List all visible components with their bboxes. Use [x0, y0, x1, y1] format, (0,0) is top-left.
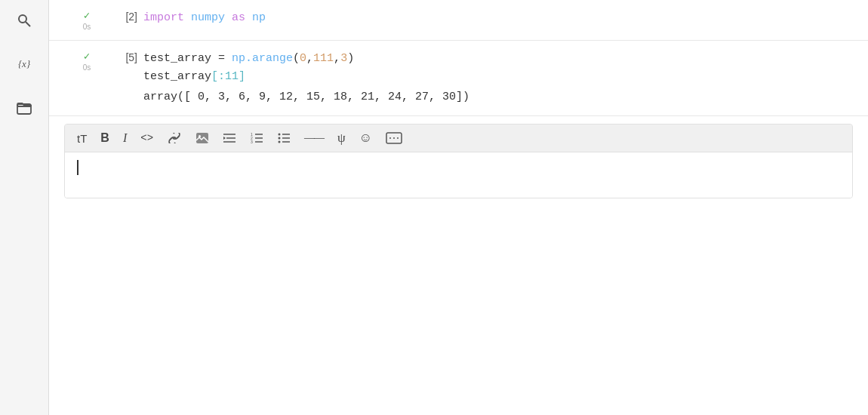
cell-time-1: 0s	[83, 23, 91, 31]
cell-gutter-1: ✓ 0s	[57, 9, 117, 31]
svg-point-0	[19, 15, 26, 23]
main-content: ✓ 0s [2] import numpy as np ✓ 0s [5] tes…	[49, 0, 868, 415]
code-cell-5: ✓ 0s [5] test_array = np.arange(0,111,3)…	[49, 41, 868, 116]
editor-area[interactable]	[65, 152, 852, 198]
text-cursor	[77, 160, 78, 175]
cell-output-5: array([ 0, 3, 6, 9, 12, 15, 18, 21, 24, …	[143, 86, 469, 106]
svg-line-1	[26, 22, 30, 26]
image-button[interactable]	[195, 132, 209, 144]
cell-time-5: 0s	[83, 63, 91, 72]
cell-check-5: ✓	[84, 51, 90, 62]
psi-button[interactable]: ψ	[337, 131, 346, 146]
editor-toolbar: tT B I <>	[65, 124, 852, 152]
svg-point-18	[279, 137, 281, 140]
svg-point-17	[279, 134, 281, 136]
cell-gutter-5: ✓ 0s	[57, 50, 117, 72]
svg-text:3: 3	[251, 140, 253, 143]
svg-rect-2	[17, 104, 31, 114]
bullet-list-button[interactable]	[277, 133, 291, 143]
more-button[interactable]	[386, 132, 402, 144]
dash-button[interactable]: ——	[304, 132, 324, 144]
variable-icon[interactable]: {x}	[13, 53, 35, 75]
code-cell-1: ✓ 0s [2] import numpy as np	[49, 0, 868, 41]
italic-button[interactable]: I	[123, 131, 127, 145]
emoji-button[interactable]: ☺	[359, 131, 372, 146]
link-button[interactable]	[167, 133, 182, 143]
svg-point-19	[279, 141, 281, 143]
cell-number-5: [5]	[117, 50, 143, 63]
sidebar: {x}	[0, 0, 49, 415]
cell-code-5[interactable]: test_array = np.arange(0,111,3) test_arr…	[143, 50, 853, 86]
search-icon[interactable]	[13, 9, 35, 32]
bold-button[interactable]: B	[100, 131, 109, 145]
cell-code-1[interactable]: import numpy as np	[143, 9, 853, 27]
text-size-button[interactable]: tT	[77, 132, 87, 145]
numbered-list-button[interactable]: 1 2 3	[250, 133, 263, 143]
cell-number-1: [2]	[117, 9, 143, 23]
indent-right-button[interactable]	[223, 133, 236, 143]
code-button[interactable]: <>	[140, 132, 153, 144]
cell-check-1: ✓	[84, 11, 90, 21]
folder-icon[interactable]	[13, 97, 35, 119]
markdown-cell: tT B I <>	[64, 124, 853, 198]
